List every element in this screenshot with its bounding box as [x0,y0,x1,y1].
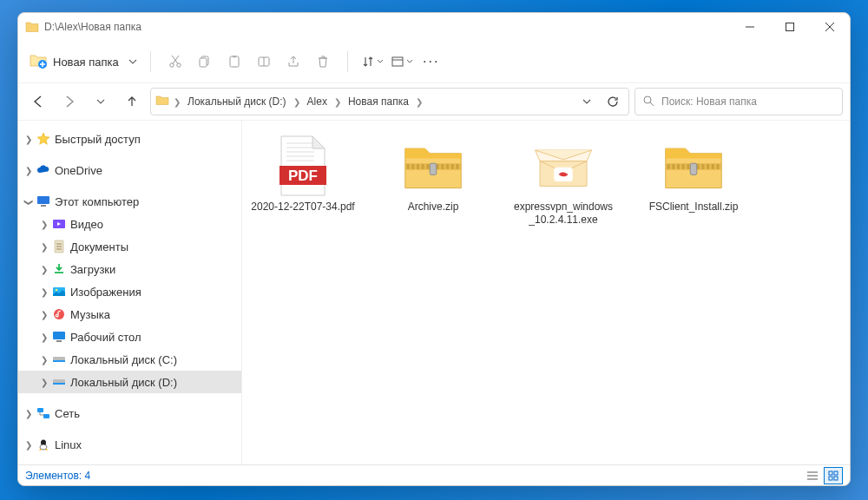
svg-rect-1 [786,23,794,31]
tree-item-video[interactable]: ❯ Видео [18,213,241,235]
svg-line-10 [172,56,178,64]
expand-icon[interactable]: ❯ [22,440,36,450]
svg-rect-66 [677,164,680,169]
search-placeholder: Поиск: Новая папка [661,95,757,108]
share-button[interactable] [279,48,307,76]
expand-icon[interactable]: ❯ [37,310,51,319]
new-folder-label: Новая папка [53,56,119,69]
svg-line-20 [650,102,654,106]
breadcrumb-chevron-icon[interactable]: ❯ [332,97,343,107]
monitor-icon [36,194,51,208]
address-bar[interactable]: ❯ Локальный диск (D:) ❯ Alex ❯ Новая пап… [150,88,629,115]
svg-rect-68 [687,164,689,169]
expand-icon[interactable]: ❯ [22,166,36,175]
search-box[interactable]: Поиск: Новая папка [635,88,843,115]
breadcrumb-segment[interactable]: Alex [304,95,331,108]
zip-icon [402,135,464,197]
tree-item-disk-c[interactable]: ❯ Локальный диск (C:) [18,348,241,371]
svg-rect-81 [829,477,832,480]
expand-icon[interactable]: ❯ [37,220,51,229]
svg-rect-60 [457,164,459,169]
tree-item-disk-d[interactable]: ❯ Локальный диск (D:) [18,371,241,393]
copy-button[interactable] [191,48,219,76]
tree-item-quick-access[interactable]: ❯ Быстрый доступ [18,128,241,150]
address-dropdown-icon[interactable] [575,89,599,114]
expand-icon[interactable]: ❯ [37,242,51,252]
refresh-button[interactable] [601,89,625,114]
desktop-icon [51,330,67,344]
maximize-button[interactable] [770,13,810,41]
tree-item-music[interactable]: ❯ Музыка [18,303,241,326]
breadcrumb-chevron-icon[interactable]: ❯ [414,97,424,107]
tree-label: Изображения [70,286,141,299]
view-button[interactable] [388,48,416,76]
tree-item-this-pc[interactable]: ❯ Этот компьютер [18,190,241,213]
tree-item-linux[interactable]: ❯ Linux [18,433,241,456]
svg-rect-13 [230,56,239,67]
svg-rect-79 [829,471,832,475]
svg-point-41 [40,444,47,450]
tree-item-network[interactable]: ❯ Сеть [18,402,241,424]
new-dropdown-icon[interactable] [126,48,140,76]
pdf-icon: PDF [272,135,334,197]
breadcrumb-segment[interactable]: Новая папка [345,95,412,108]
file-item[interactable]: Archive.zip [381,135,485,227]
rename-button[interactable] [250,48,278,76]
more-button[interactable]: ··· [418,48,445,76]
paste-button[interactable] [220,48,248,76]
forward-button[interactable] [56,89,82,115]
details-view-button[interactable] [803,467,822,484]
expand-icon[interactable]: ❯ [37,332,51,342]
breadcrumb-segment[interactable]: Локальный диск (D:) [184,95,290,108]
cut-button[interactable] [161,48,189,76]
tree-item-documents[interactable]: ❯ Документы [18,235,241,258]
file-item[interactable]: PDF 2020-12-22T07-34.pdf [251,135,355,227]
svg-text:PDF: PDF [288,168,318,184]
tree-label: Linux [55,438,82,451]
breadcrumb-chevron-icon[interactable]: ❯ [172,97,182,107]
tree-item-downloads[interactable]: ❯ Загрузки [18,258,241,280]
expand-icon[interactable]: ❯ [37,378,51,387]
svg-rect-37 [53,383,65,385]
svg-rect-21 [37,196,49,204]
back-button[interactable] [25,89,51,115]
collapse-icon[interactable]: ❯ [24,194,34,208]
sort-button[interactable] [358,48,386,76]
tree-item-desktop[interactable]: ❯ Рабочий стол [18,326,241,348]
close-button[interactable] [810,13,850,41]
file-item[interactable]: expressvpn_windows_10.2.4.11.exe [511,135,615,227]
music-icon [51,307,67,321]
icons-view-button[interactable] [824,467,843,484]
tree-item-onedrive[interactable]: ❯ OneDrive [18,159,241,181]
delete-button[interactable] [309,48,337,76]
svg-rect-61 [430,163,437,174]
svg-rect-22 [41,205,46,207]
expand-icon[interactable]: ❯ [37,265,51,274]
file-list[interactable]: PDF 2020-12-22T07-34.pdf [242,121,850,464]
svg-rect-80 [834,471,838,475]
breadcrumb-chevron-icon[interactable]: ❯ [292,97,302,107]
expand-icon[interactable]: ❯ [22,409,36,418]
expand-icon[interactable]: ❯ [22,135,36,144]
disk-icon [51,352,67,366]
svg-rect-32 [53,332,65,339]
tree-item-pictures[interactable]: ❯ Изображения [18,280,241,303]
recent-dropdown[interactable] [88,89,114,115]
expand-icon[interactable]: ❯ [37,355,51,365]
pictures-icon [51,285,67,299]
file-item[interactable]: FSClient_Install.zip [641,135,746,227]
body: ❯ Быстрый доступ ❯ OneDrive ❯ Этот компь… [18,121,850,464]
expand-icon[interactable]: ❯ [37,287,51,297]
file-name: FSClient_Install.zip [649,201,739,214]
up-button[interactable] [119,89,145,115]
svg-rect-38 [37,408,43,412]
minimize-button[interactable] [730,13,770,41]
svg-rect-54 [426,164,429,169]
svg-point-19 [644,96,651,103]
linux-icon [36,438,51,451]
svg-point-31 [54,309,64,319]
new-folder-button[interactable]: Новая папка [25,47,124,76]
svg-rect-51 [411,164,414,169]
tree-label: Видео [70,218,103,231]
svg-rect-71 [701,164,704,169]
